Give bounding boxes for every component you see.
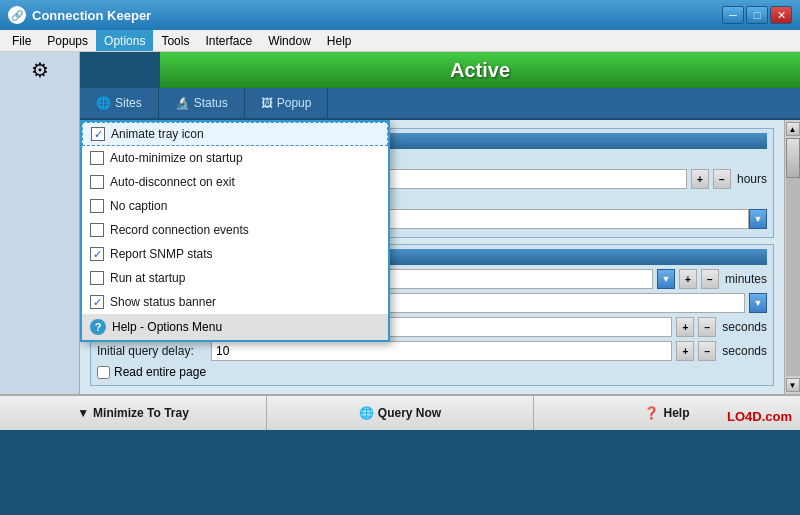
no-caption-label: No caption (110, 199, 167, 213)
sites-icon: 🌐 (96, 96, 111, 110)
auto-minimize-label: Auto-minimize on startup (110, 151, 243, 165)
report-snmp-checkbox[interactable]: ✓ (90, 247, 104, 261)
show-banner-label: Show status banner (110, 295, 216, 309)
menu-options[interactable]: Options (96, 30, 153, 51)
logo-text: LO4D.com (727, 409, 792, 424)
limit-unit-label: hours (737, 172, 767, 186)
query-timeout-unit-label: seconds (722, 320, 767, 334)
help-icon: ❓ (644, 406, 659, 420)
minimize-tray-icon: ▼ (77, 406, 89, 420)
menu-item-run-startup[interactable]: Run at startup (82, 266, 388, 290)
menu-item-auto-disconnect[interactable]: Auto-disconnect on exit (82, 170, 388, 194)
menu-item-report-snmp[interactable]: ✓ Report SNMP stats (82, 242, 388, 266)
options-dropdown-menu: ✓ Animate tray icon Auto-minimize on sta… (80, 120, 390, 342)
popup-icon: 🖼 (261, 96, 273, 110)
run-startup-label: Run at startup (110, 271, 185, 285)
query-now-label: Query Now (378, 406, 441, 420)
auto-minimize-checkbox[interactable] (90, 151, 104, 165)
help-label: Help (663, 406, 689, 420)
menu-item-help[interactable]: ? Help - Options Menu (82, 314, 388, 340)
auto-disconnect-checkbox[interactable] (90, 175, 104, 189)
scroll-up-btn[interactable]: ▲ (786, 122, 800, 136)
help-menu-label: Help - Options Menu (112, 320, 222, 334)
title-bar-controls: ─ □ ✕ (722, 6, 792, 24)
query-mode-dropdown-btn[interactable]: ▼ (749, 293, 767, 313)
bottom-bar: ▼ Minimize To Tray 🌐 Query Now ❓ Help LO… (0, 394, 800, 430)
tabs-sidebar-spacer (0, 88, 80, 120)
minimize-tray-label: Minimize To Tray (93, 406, 189, 420)
use-non-dropdown-btn[interactable]: ▼ (749, 209, 767, 229)
maximize-window-button[interactable]: □ (746, 6, 768, 24)
report-snmp-label: Report SNMP stats (110, 247, 212, 261)
no-caption-checkbox[interactable] (90, 199, 104, 213)
read-entire-page-checkbox[interactable] (97, 366, 110, 379)
read-entire-page-label: Read entire page (114, 365, 206, 379)
scroll-thumb[interactable] (786, 138, 800, 178)
auto-disconnect-label: Auto-disconnect on exit (110, 175, 235, 189)
active-label: Active (450, 59, 510, 82)
sidebar (0, 120, 80, 394)
tab-popup[interactable]: 🖼 Popup (245, 88, 329, 118)
menu-item-show-banner[interactable]: ✓ Show status banner (82, 290, 388, 314)
query-interval-decrement-btn[interactable]: − (701, 269, 719, 289)
query-timeout-increment-btn[interactable]: + (676, 317, 694, 337)
initial-delay-unit-label: seconds (722, 344, 767, 358)
query-interval-increment-btn[interactable]: + (679, 269, 697, 289)
query-now-button[interactable]: 🌐 Query Now (267, 396, 534, 430)
app-title: Connection Keeper (32, 8, 151, 23)
close-window-button[interactable]: ✕ (770, 6, 792, 24)
initial-delay-row: Initial query delay: + − seconds (97, 341, 767, 361)
tabs-row: 🌐 Sites 🔬 Status 🖼 Popup (0, 88, 800, 120)
record-connection-label: Record connection events (110, 223, 249, 237)
menu-tools[interactable]: Tools (153, 30, 197, 51)
logo: LO4D.com (727, 409, 792, 424)
read-entire-page-row: Read entire page (97, 365, 767, 379)
sidebar-gear-area: ⚙ (0, 52, 80, 88)
scroll-down-btn[interactable]: ▼ (786, 378, 800, 392)
menu-interface[interactable]: Interface (197, 30, 260, 51)
query-interval-dropdown-btn[interactable]: ▼ (657, 269, 675, 289)
gear-icon: ⚙ (31, 58, 49, 82)
initial-delay-decrement-btn[interactable]: − (698, 341, 716, 361)
active-banner: Active (160, 52, 800, 88)
title-bar: 🔗 Connection Keeper ─ □ ✕ (0, 0, 800, 30)
menu-window[interactable]: Window (260, 30, 319, 51)
minimize-to-tray-button[interactable]: ▼ Minimize To Tray (0, 396, 267, 430)
animate-tray-checkbox[interactable]: ✓ (91, 127, 105, 141)
main-scrollbar[interactable]: ▲ ▼ (784, 120, 800, 394)
app-icon: 🔗 (8, 6, 26, 24)
main-content: ◄ Connection Keep co... Limit ke... + − … (80, 120, 784, 394)
animate-tray-label: Animate tray icon (111, 127, 204, 141)
menu-bar: File Popups Options Tools Interface Wind… (0, 30, 800, 52)
query-now-icon: 🌐 (359, 406, 374, 420)
show-banner-checkbox[interactable]: ✓ (90, 295, 104, 309)
title-bar-left: 🔗 Connection Keeper (8, 6, 151, 24)
tab-sites[interactable]: 🌐 Sites (80, 88, 159, 118)
tab-status[interactable]: 🔬 Status (159, 88, 245, 118)
menu-file[interactable]: File (4, 30, 39, 51)
menu-item-no-caption[interactable]: No caption (82, 194, 388, 218)
query-interval-unit-label: minutes (725, 272, 767, 286)
help-circle-icon: ? (90, 319, 106, 335)
menu-help[interactable]: Help (319, 30, 360, 51)
initial-delay-label: Initial query delay: (97, 344, 207, 358)
minimize-window-button[interactable]: ─ (722, 6, 744, 24)
status-icon: 🔬 (175, 96, 190, 110)
menu-popups[interactable]: Popups (39, 30, 96, 51)
menu-item-animate-tray[interactable]: ✓ Animate tray icon (82, 122, 388, 146)
menu-item-record-connection[interactable]: Record connection events (82, 218, 388, 242)
initial-delay-increment-btn[interactable]: + (676, 341, 694, 361)
menu-item-auto-minimize[interactable]: Auto-minimize on startup (82, 146, 388, 170)
scroll-track[interactable] (786, 138, 800, 376)
limit-increment-btn[interactable]: + (691, 169, 709, 189)
run-startup-checkbox[interactable] (90, 271, 104, 285)
initial-delay-input[interactable] (211, 341, 672, 361)
limit-decrement-btn[interactable]: − (713, 169, 731, 189)
query-timeout-decrement-btn[interactable]: − (698, 317, 716, 337)
record-connection-checkbox[interactable] (90, 223, 104, 237)
